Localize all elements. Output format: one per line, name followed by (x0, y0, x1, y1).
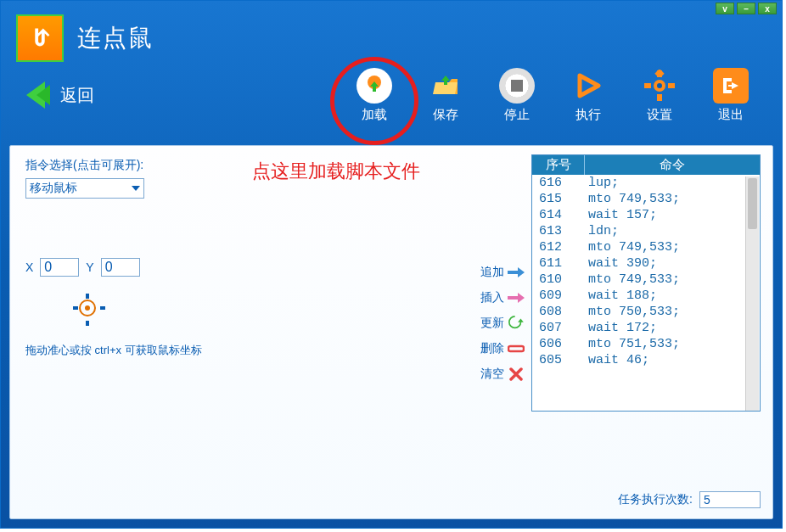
stop-icon (499, 68, 535, 104)
run-label: 执行 (575, 107, 601, 123)
header-sn: 序号 (532, 155, 585, 175)
svg-rect-5 (668, 83, 675, 88)
load-button[interactable]: 加载 (344, 68, 405, 123)
arrow-right-pink-icon (508, 291, 525, 305)
save-label: 保存 (433, 107, 458, 123)
row-cmd: wait 172; (581, 321, 760, 335)
run-icon (570, 68, 606, 104)
table-row[interactable]: 606mto 751,533; (532, 336, 760, 352)
back-label: 返回 (60, 84, 94, 107)
row-cmd: mto 749,533; (581, 192, 760, 206)
row-cmd: mto 751,533; (581, 337, 760, 351)
exit-label: 退出 (718, 107, 744, 123)
save-button[interactable]: 保存 (415, 68, 476, 123)
exit-button[interactable]: 退出 (700, 68, 761, 123)
load-label: 加载 (362, 107, 387, 123)
y-label: Y (86, 260, 93, 274)
win-close-button[interactable]: x (758, 3, 777, 14)
exit-icon (713, 68, 749, 104)
y-input[interactable] (101, 258, 140, 277)
x-label: X (25, 260, 33, 274)
table-row[interactable]: 608mto 750,533; (532, 304, 760, 320)
annotation-text: 点这里加载脚本文件 (252, 159, 420, 184)
table-row[interactable]: 615mto 749,533; (532, 191, 760, 207)
row-sn: 606 (532, 337, 581, 351)
back-button[interactable]: 返回 (26, 81, 94, 109)
table-row[interactable]: 605wait 46; (532, 352, 760, 368)
row-sn: 615 (532, 192, 581, 206)
chevron-down-icon (132, 186, 140, 191)
append-button[interactable]: 追加 (480, 265, 525, 280)
titlebar: v – x (1, 1, 782, 14)
insert-button[interactable]: 插入 (480, 290, 525, 305)
row-cmd: wait 157; (581, 208, 760, 222)
gear-icon (642, 68, 677, 104)
table-row[interactable]: 611wait 390; (532, 255, 760, 272)
stop-button[interactable]: 停止 (486, 68, 547, 123)
table-row[interactable]: 612mto 749,533; (532, 239, 760, 255)
table-row[interactable]: 610mto 749,533; (532, 272, 760, 288)
row-sn: 614 (532, 208, 581, 222)
cmd-select[interactable]: 移动鼠标 (25, 178, 144, 199)
clear-label: 清空 (480, 367, 504, 382)
row-cmd: wait 46; (581, 353, 760, 367)
row-cmd: mto 750,533; (581, 305, 760, 319)
insert-label: 插入 (480, 290, 504, 305)
row-sn: 610 (532, 272, 581, 287)
arrow-right-icon (508, 266, 525, 279)
svg-rect-4 (644, 83, 651, 88)
app-title: 连点鼠 (77, 22, 154, 54)
header-cmd: 命令 (585, 155, 760, 175)
app-logo (16, 14, 64, 62)
script-table: 序号 命令 616lup;615mto 749,533;614wait 157;… (531, 154, 761, 412)
row-cmd: wait 188; (581, 288, 760, 303)
exec-count-label: 任务执行次数: (618, 492, 693, 507)
row-sn: 616 (532, 176, 581, 190)
win-v-button[interactable]: v (716, 3, 734, 14)
settings-label: 设置 (647, 107, 672, 123)
update-button[interactable]: 更新 (480, 316, 525, 331)
table-row[interactable]: 607wait 172; (532, 320, 760, 336)
table-row[interactable]: 614wait 157; (532, 207, 760, 223)
delete-label: 删除 (480, 341, 504, 356)
load-icon (357, 68, 392, 104)
row-sn: 613 (532, 224, 581, 238)
svg-point-8 (657, 83, 662, 88)
refresh-icon (508, 316, 525, 330)
row-sn: 608 (532, 305, 581, 319)
row-sn: 609 (532, 288, 581, 303)
svg-rect-9 (508, 346, 524, 351)
settings-button[interactable]: 设置 (629, 68, 690, 123)
run-button[interactable]: 执行 (558, 68, 619, 123)
chevron-left-icon (36, 85, 50, 105)
exec-count-input[interactable] (699, 491, 761, 508)
minus-icon (508, 342, 525, 356)
update-label: 更新 (480, 316, 504, 331)
save-icon (428, 68, 463, 104)
win-minimize-button[interactable]: – (737, 3, 755, 14)
table-row[interactable]: 609wait 188; (532, 288, 760, 304)
clear-button[interactable]: 清空 (480, 367, 525, 382)
row-cmd: lup; (581, 176, 760, 190)
x-icon (508, 367, 525, 381)
script-table-header: 序号 命令 (532, 155, 760, 175)
row-sn: 605 (532, 353, 581, 367)
row-sn: 607 (532, 321, 581, 335)
row-cmd: mto 749,533; (581, 272, 760, 287)
table-row[interactable]: 616lup; (532, 175, 760, 191)
crosshair-picker[interactable] (75, 295, 104, 324)
scrollbar[interactable] (745, 176, 759, 411)
x-input[interactable] (40, 258, 79, 277)
stop-label: 停止 (504, 107, 530, 123)
row-sn: 611 (532, 256, 581, 271)
cmd-select-value: 移动鼠标 (30, 181, 77, 196)
table-row[interactable]: 613ldn; (532, 223, 760, 239)
row-sn: 612 (532, 240, 581, 255)
row-cmd: ldn; (581, 224, 760, 238)
row-cmd: mto 749,533; (581, 240, 760, 255)
row-cmd: wait 390; (581, 256, 760, 271)
append-label: 追加 (480, 265, 504, 280)
app-logo-icon (24, 22, 56, 54)
delete-button[interactable]: 删除 (480, 341, 525, 356)
svg-rect-3 (657, 94, 662, 101)
